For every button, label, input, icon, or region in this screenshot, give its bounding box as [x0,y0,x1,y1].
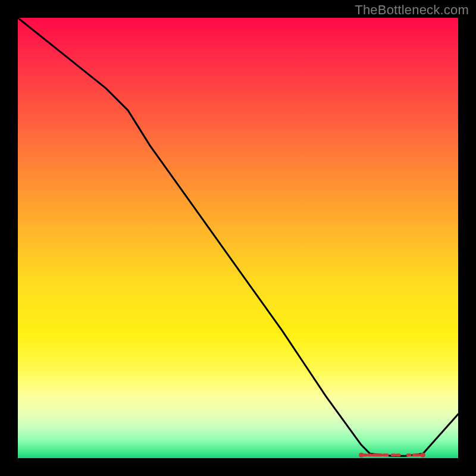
chart-svg [18,18,458,458]
chart-frame: TheBottleneck.com [0,0,476,476]
data-curve [18,18,458,456]
plot-area [18,18,458,458]
watermark-text: TheBottleneck.com [355,2,469,18]
